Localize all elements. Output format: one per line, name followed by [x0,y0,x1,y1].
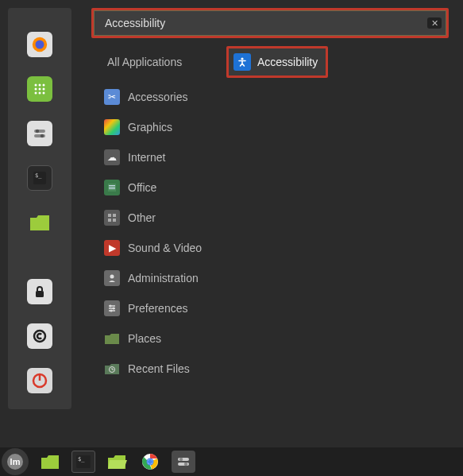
play-icon: ▶ [104,240,120,256]
svg-point-48 [179,458,183,461]
grid-icon [104,210,120,226]
svg-point-1 [36,41,44,49]
category-internet[interactable]: ☁ Internet [91,148,218,167]
admin-icon [104,270,120,286]
svg-text:$_: $_ [35,172,42,179]
categories-list: All Applications ✂ Accessories Graphics … [91,46,218,378]
accessibility-icon [233,53,251,71]
svg-point-3 [39,84,41,87]
result-accessibility[interactable]: Accessibility [226,46,328,78]
category-label: Administration [128,272,199,284]
category-label: Places [128,332,161,345]
svg-point-8 [35,92,37,95]
files-icon[interactable] [27,210,52,235]
svg-point-4 [43,84,45,87]
category-administration[interactable]: Administration [91,269,218,288]
taskbar-terminal-icon[interactable]: $_ [71,451,95,473]
svg-rect-25 [108,214,111,217]
folder-icon [104,331,120,346]
svg-point-46 [148,459,152,464]
clear-search-button[interactable]: ✕ [427,17,442,29]
svg-point-5 [35,88,37,91]
start-menu-button[interactable]: lm [2,448,29,475]
taskbar: lm $_ [0,447,463,476]
category-label: Other [128,211,156,224]
firefox-icon[interactable] [27,32,52,57]
sliders-icon [104,300,120,316]
category-label: Office [128,181,156,194]
category-all-applications[interactable]: All Applications [91,52,218,76]
graphics-icon [104,119,120,135]
svg-text:$_: $_ [78,456,85,462]
svg-point-29 [110,275,114,279]
category-office[interactable]: Office [91,178,218,197]
category-label: Internet [128,151,165,164]
svg-point-12 [36,130,39,133]
category-label: Recent Files [128,362,190,375]
recent-folder-icon [104,361,120,377]
category-sound-video[interactable]: ▶ Sound & Video [91,238,218,257]
svg-rect-23 [109,187,115,188]
search-field-highlight: ✕ [91,8,449,38]
category-accessories[interactable]: ✂ Accessories [91,87,218,106]
svg-text:lm: lm [10,457,21,466]
category-label: Accessories [128,91,187,103]
category-label: Preferences [128,302,187,315]
terminal-icon[interactable]: $_ [27,165,52,191]
category-preferences[interactable]: Preferences [91,299,218,318]
category-label: Sound & Video [128,242,202,254]
category-graphics[interactable]: Graphics [91,118,218,137]
office-icon [104,180,120,195]
category-places[interactable]: Places [91,329,218,348]
svg-point-33 [110,305,112,308]
results-pane: Accessibility [218,46,457,378]
svg-point-2 [35,84,37,87]
svg-rect-27 [108,219,111,222]
settings-toggle-icon[interactable] [27,121,52,146]
svg-point-7 [43,88,45,91]
svg-point-50 [184,462,187,466]
category-label: Graphics [128,121,172,134]
favorites-sidebar: $_ [8,8,71,409]
svg-point-35 [110,310,113,312]
cloud-icon: ☁ [104,149,120,165]
svg-point-18 [34,331,45,342]
scissors-icon: ✂ [104,89,120,105]
svg-rect-22 [109,185,115,186]
category-other[interactable]: Other [91,208,218,227]
svg-rect-26 [113,214,116,217]
logout-icon[interactable] [27,323,52,349]
svg-point-34 [113,308,115,310]
apps-grid-icon[interactable] [27,76,52,102]
svg-point-10 [43,92,45,95]
menu-main: ✕ All Applications ✂ Accessories Graphic… [91,8,457,409]
taskbar-files-icon[interactable] [38,451,62,473]
taskbar-chrome-icon[interactable] [138,451,162,473]
taskbar-folder-open-icon[interactable] [105,451,129,473]
result-label: Accessibility [257,56,318,68]
svg-point-9 [39,92,41,95]
svg-rect-17 [36,291,44,297]
category-recent-files[interactable]: Recent Files [91,359,218,378]
svg-point-14 [41,134,44,137]
svg-rect-24 [109,188,115,189]
power-icon[interactable] [27,368,52,393]
taskbar-settings-icon[interactable] [172,451,195,473]
svg-rect-28 [113,219,116,222]
svg-point-6 [39,88,41,91]
lock-icon[interactable] [27,279,52,304]
search-input[interactable] [100,17,440,29]
svg-point-38 [241,57,243,60]
